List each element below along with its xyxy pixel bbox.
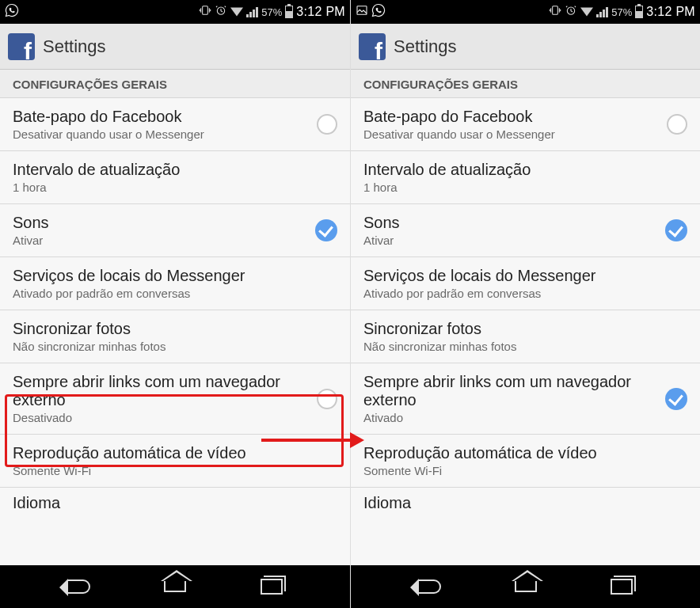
- row-title: Reprodução automática de vídeo: [13, 444, 337, 462]
- signal-icon: [246, 6, 258, 17]
- row-facebook-chat[interactable]: Bate-papo do Facebook Desativar quando u…: [0, 98, 350, 151]
- status-right: 57% 3:12 PM: [549, 4, 695, 20]
- status-left: [5, 3, 19, 21]
- row-subtitle: Ativado: [363, 411, 657, 424]
- nav-back-button[interactable]: [60, 575, 97, 598]
- row-update-interval[interactable]: Intervalo de atualização 1 hora: [0, 151, 350, 204]
- status-bar: 57% 3:12 PM: [351, 0, 700, 24]
- row-title: Serviços de locais do Messenger: [363, 267, 687, 285]
- toggle-checked-icon[interactable]: [315, 219, 337, 241]
- whatsapp-icon: [371, 3, 386, 21]
- row-title: Sempre abrir links com um navegador exte…: [363, 373, 657, 409]
- row-title: Intervalo de atualização: [363, 161, 687, 179]
- row-sounds[interactable]: Sons Ativar: [351, 204, 700, 257]
- row-title: Idioma: [363, 494, 687, 512]
- row-video-autoplay[interactable]: Reprodução automática de vídeo Somente W…: [0, 435, 350, 488]
- wifi-icon: [230, 8, 243, 17]
- android-nav-bar: [0, 565, 350, 608]
- android-nav-bar: [351, 565, 700, 608]
- facebook-logo-icon: [8, 33, 35, 60]
- row-facebook-chat[interactable]: Bate-papo do Facebook Desativar quando u…: [351, 98, 700, 151]
- status-bar: 57% 3:12 PM: [0, 0, 350, 24]
- row-title: Sempre abrir links com um navegador exte…: [13, 373, 309, 409]
- facebook-logo-icon: [359, 33, 386, 60]
- svg-rect-0: [203, 6, 208, 15]
- battery-icon: [635, 6, 643, 18]
- row-external-browser[interactable]: Sempre abrir links com um navegador exte…: [351, 363, 700, 435]
- row-subtitle: Ativado por padrão em conversas: [363, 287, 687, 300]
- toggle-unchecked-icon[interactable]: [667, 114, 687, 135]
- row-language[interactable]: Idioma: [351, 488, 700, 512]
- alarm-icon: [215, 4, 227, 20]
- clock-time: 3:12 PM: [296, 5, 345, 19]
- nav-home-button[interactable]: [508, 575, 544, 598]
- battery-percent: 57%: [261, 6, 282, 18]
- row-subtitle: Desativado: [13, 411, 309, 424]
- toggle-unchecked-icon[interactable]: [317, 114, 337, 135]
- row-title: Intervalo de atualização: [13, 161, 337, 179]
- nav-back-button[interactable]: [411, 575, 447, 598]
- svg-rect-3: [553, 6, 558, 15]
- page-title: Settings: [43, 36, 106, 57]
- page-title: Settings: [394, 36, 457, 57]
- vibrate-icon: [549, 4, 561, 20]
- app-header: Settings: [0, 24, 350, 70]
- row-messenger-location[interactable]: Serviços de locais do Messenger Ativado …: [0, 257, 350, 310]
- row-update-interval[interactable]: Intervalo de atualização 1 hora: [351, 151, 700, 204]
- battery-icon: [285, 6, 293, 18]
- settings-list: CONFIGURAÇÕES GERAIS Bate-papo do Facebo…: [0, 70, 350, 565]
- settings-list: CONFIGURAÇÕES GERAIS Bate-papo do Facebo…: [351, 70, 700, 565]
- row-title: Sincronizar fotos: [363, 320, 687, 338]
- svg-rect-2: [357, 6, 367, 15]
- section-header-general: CONFIGURAÇÕES GERAIS: [0, 70, 350, 98]
- battery-percent: 57%: [611, 6, 632, 18]
- app-header: Settings: [351, 24, 700, 70]
- row-title: Bate-papo do Facebook: [13, 108, 309, 126]
- row-title: Sons: [13, 214, 307, 232]
- vibrate-icon: [199, 4, 211, 20]
- toggle-unchecked-icon[interactable]: [317, 389, 337, 409]
- nav-recent-button[interactable]: [603, 575, 640, 598]
- row-subtitle: Não sincronizar minhas fotos: [363, 340, 687, 353]
- row-subtitle: Somente Wi-Fi: [13, 464, 337, 477]
- row-sync-photos[interactable]: Sincronizar fotos Não sincronizar minhas…: [351, 310, 700, 363]
- row-subtitle: Ativado por padrão em conversas: [13, 287, 337, 300]
- row-sync-photos[interactable]: Sincronizar fotos Não sincronizar minhas…: [0, 310, 350, 363]
- alarm-icon: [565, 4, 577, 20]
- row-video-autoplay[interactable]: Reprodução automática de vídeo Somente W…: [351, 435, 700, 488]
- clock-time: 3:12 PM: [646, 5, 695, 19]
- row-title: Bate-papo do Facebook: [363, 108, 659, 126]
- row-title: Reprodução automática de vídeo: [363, 444, 687, 462]
- signal-icon: [596, 6, 608, 17]
- row-subtitle: Somente Wi-Fi: [363, 464, 687, 477]
- screen-before: 57% 3:12 PM Settings CONFIGURAÇÕES GERAI…: [0, 0, 350, 608]
- row-subtitle: Desativar quando usar o Messenger: [13, 127, 309, 141]
- whatsapp-icon: [5, 3, 19, 21]
- status-right: 57% 3:12 PM: [199, 4, 345, 20]
- nav-recent-button[interactable]: [253, 575, 290, 598]
- row-title: Sincronizar fotos: [13, 320, 337, 338]
- row-sounds[interactable]: Sons Ativar: [0, 204, 350, 257]
- row-subtitle: 1 hora: [13, 180, 337, 194]
- row-subtitle: Não sincronizar minhas fotos: [13, 340, 337, 353]
- row-messenger-location[interactable]: Serviços de locais do Messenger Ativado …: [351, 257, 700, 310]
- status-left: [356, 3, 386, 21]
- toggle-checked-icon[interactable]: [665, 219, 687, 241]
- toggle-checked-icon[interactable]: [665, 388, 687, 410]
- row-title: Serviços de locais do Messenger: [13, 267, 337, 285]
- row-title: Idioma: [13, 494, 337, 512]
- gallery-icon: [356, 4, 368, 20]
- section-header-general: CONFIGURAÇÕES GERAIS: [351, 70, 700, 98]
- wifi-icon: [580, 8, 593, 17]
- nav-home-button[interactable]: [157, 575, 193, 598]
- row-subtitle: Ativar: [13, 234, 307, 247]
- screen-after: 57% 3:12 PM Settings CONFIGURAÇÕES GERAI…: [350, 0, 700, 608]
- row-external-browser[interactable]: Sempre abrir links com um navegador exte…: [0, 363, 350, 435]
- row-subtitle: Ativar: [363, 234, 657, 247]
- row-subtitle: Desativar quando usar o Messenger: [363, 127, 659, 141]
- row-title: Sons: [363, 214, 657, 232]
- row-language[interactable]: Idioma: [0, 488, 350, 512]
- row-subtitle: 1 hora: [363, 180, 687, 194]
